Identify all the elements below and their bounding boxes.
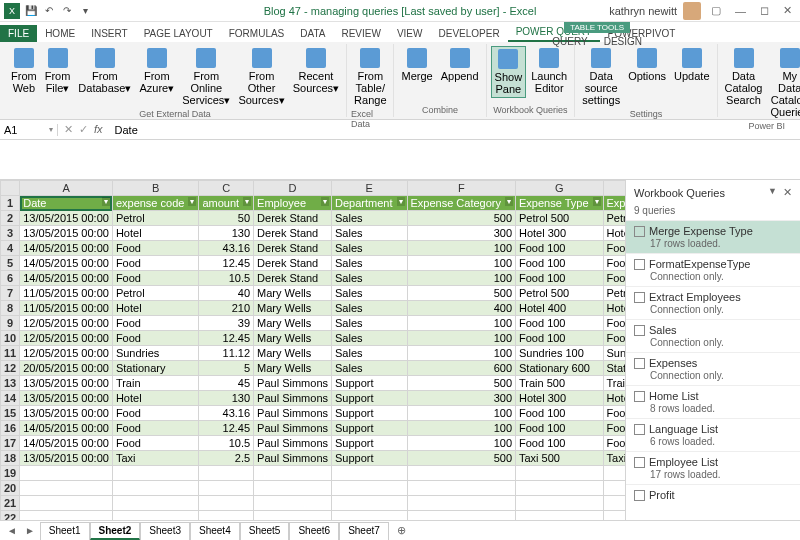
row-header[interactable]: 16 <box>1 421 20 436</box>
cell[interactable]: Food <box>112 241 199 256</box>
select-all-cell[interactable] <box>1 181 20 196</box>
cell[interactable] <box>254 496 332 511</box>
context-tab-query[interactable]: QUERY <box>544 33 595 50</box>
cell[interactable]: 10.5 <box>199 436 254 451</box>
row-header[interactable]: 1 <box>1 196 20 211</box>
minimize-icon[interactable]: — <box>731 5 750 17</box>
cell[interactable] <box>254 481 332 496</box>
cell[interactable]: 100 <box>407 256 516 271</box>
fx-icon[interactable]: fx <box>94 123 103 136</box>
queries-pane-dropdown-icon[interactable]: ▼ <box>768 186 777 199</box>
cell[interactable]: Food <box>112 436 199 451</box>
ribbon-button-from-database-[interactable]: FromDatabase▾ <box>75 46 134 96</box>
row-header[interactable]: 21 <box>1 496 20 511</box>
cell[interactable]: Paul Simmons <box>254 376 332 391</box>
enter-formula-icon[interactable]: ✓ <box>79 123 88 136</box>
cell[interactable]: 13/05/2015 00:00 <box>20 391 113 406</box>
cell[interactable]: Petrol 500 <box>516 211 604 226</box>
cell[interactable]: 13/05/2015 00:00 <box>20 226 113 241</box>
cell[interactable] <box>20 496 113 511</box>
cell[interactable]: Petrol 500 <box>603 211 625 226</box>
row-header[interactable]: 19 <box>1 466 20 481</box>
tab-page-layout[interactable]: PAGE LAYOUT <box>136 25 221 42</box>
cell[interactable]: Taxi 500 <box>516 451 604 466</box>
table-header-cell[interactable]: Employee <box>254 196 332 211</box>
cell[interactable]: Food 100 <box>516 316 604 331</box>
column-header[interactable]: A <box>20 181 113 196</box>
row-header[interactable]: 18 <box>1 451 20 466</box>
row-header[interactable]: 2 <box>1 211 20 226</box>
cell[interactable]: Petrol <box>112 211 199 226</box>
cell[interactable]: 100 <box>407 406 516 421</box>
ribbon-button-show-pane[interactable]: ShowPane <box>491 46 527 98</box>
cell[interactable]: Food <box>112 271 199 286</box>
cell[interactable]: Mary Wells <box>254 301 332 316</box>
table-header-cell[interactable]: Expense Category <box>407 196 516 211</box>
cell[interactable]: 100 <box>407 331 516 346</box>
table-header-cell[interactable]: expense code <box>112 196 199 211</box>
cell[interactable]: Sundries 100 <box>603 346 625 361</box>
column-header[interactable]: G <box>516 181 604 196</box>
cell[interactable] <box>20 481 113 496</box>
name-box[interactable]: A1▾ <box>0 124 58 136</box>
cell[interactable] <box>516 466 604 481</box>
ribbon-button-data-catalog-search[interactable]: DataCatalog Search <box>722 46 766 108</box>
cell[interactable]: 43.16 <box>199 406 254 421</box>
cell[interactable]: 14/05/2015 00:00 <box>20 421 113 436</box>
row-header[interactable]: 17 <box>1 436 20 451</box>
tab-review[interactable]: REVIEW <box>333 25 388 42</box>
cell[interactable] <box>603 511 625 521</box>
cell[interactable]: Food 100 <box>516 331 604 346</box>
tab-home[interactable]: HOME <box>37 25 83 42</box>
tab-view[interactable]: VIEW <box>389 25 431 42</box>
table-header-cell[interactable]: Department <box>332 196 407 211</box>
query-item[interactable]: Profit <box>626 484 800 506</box>
query-item[interactable]: ExpensesConnection only. <box>626 352 800 385</box>
cell[interactable] <box>112 466 199 481</box>
cell[interactable]: Hotel 300 <box>603 391 625 406</box>
row-header[interactable]: 4 <box>1 241 20 256</box>
user-name[interactable]: kathryn newitt <box>609 5 677 17</box>
query-item[interactable]: Home List8 rows loaded. <box>626 385 800 418</box>
cell[interactable] <box>516 481 604 496</box>
sheet-tab[interactable]: Sheet5 <box>240 522 290 540</box>
cell[interactable]: Mary Wells <box>254 316 332 331</box>
cell[interactable]: Sales <box>332 361 407 376</box>
query-item[interactable]: Language List6 rows loaded. <box>626 418 800 451</box>
cell[interactable]: Sales <box>332 286 407 301</box>
cell[interactable] <box>603 466 625 481</box>
cell[interactable] <box>112 481 199 496</box>
cell[interactable]: Petrol 500 <box>603 286 625 301</box>
cell[interactable]: Food 100 <box>516 241 604 256</box>
maximize-icon[interactable]: ◻ <box>756 4 773 17</box>
query-item[interactable]: SalesConnection only. <box>626 319 800 352</box>
column-header[interactable]: C <box>199 181 254 196</box>
row-header[interactable]: 7 <box>1 286 20 301</box>
cell[interactable]: 13/05/2015 00:00 <box>20 211 113 226</box>
cell[interactable]: Support <box>332 451 407 466</box>
cell[interactable]: 210 <box>199 301 254 316</box>
cell[interactable]: 2.5 <box>199 451 254 466</box>
row-header[interactable]: 6 <box>1 271 20 286</box>
cell[interactable] <box>112 511 199 521</box>
cell[interactable]: Sundries 100 <box>516 346 604 361</box>
worksheet-grid[interactable]: ABCDEFGH1Dateexpense codeamountEmployeeD… <box>0 180 625 520</box>
cell[interactable]: 20/05/2015 00:00 <box>20 361 113 376</box>
cell[interactable]: 14/05/2015 00:00 <box>20 436 113 451</box>
ribbon-button-from-other-sources-[interactable]: FromOther Sources▾ <box>235 46 287 108</box>
cell[interactable]: Food 100 <box>603 436 625 451</box>
cell[interactable]: Sales <box>332 346 407 361</box>
cell[interactable]: Support <box>332 436 407 451</box>
sheet-tab[interactable]: Sheet1 <box>40 522 90 540</box>
cell[interactable]: Petrol <box>112 286 199 301</box>
sheet-nav-next-icon[interactable]: ► <box>22 525 38 536</box>
tab-developer[interactable]: DEVELOPER <box>430 25 507 42</box>
sheet-tab[interactable]: Sheet6 <box>289 522 339 540</box>
cell[interactable]: Food 100 <box>603 271 625 286</box>
cell[interactable]: Support <box>332 406 407 421</box>
ribbon-button-append[interactable]: Append <box>438 46 482 84</box>
cell[interactable]: 13/05/2015 00:00 <box>20 406 113 421</box>
cell[interactable]: 100 <box>407 316 516 331</box>
cell[interactable] <box>407 466 516 481</box>
cell[interactable]: Food 100 <box>516 256 604 271</box>
